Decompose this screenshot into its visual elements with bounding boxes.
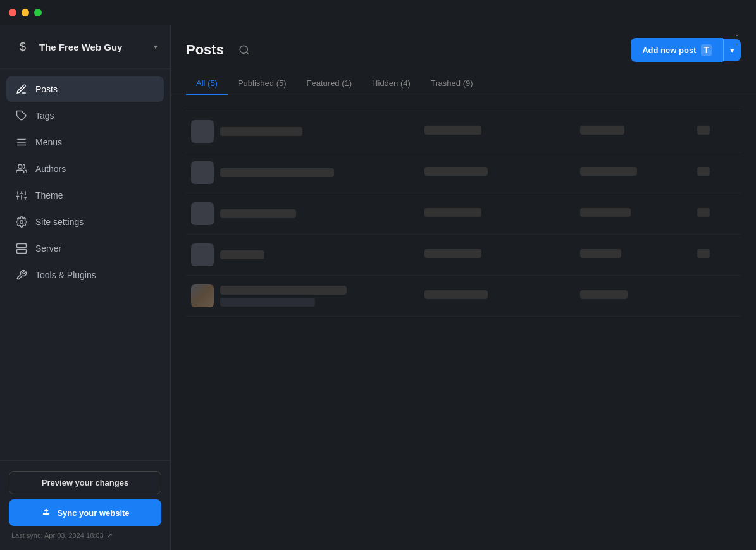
- row1-thumbnail: [191, 120, 214, 143]
- tab-hidden[interactable]: Hidden (4): [362, 72, 421, 95]
- row2-title-cell: [191, 161, 424, 184]
- row5-title-lines: [220, 286, 347, 307]
- posts-table: [171, 95, 756, 550]
- svg-point-20: [240, 46, 247, 53]
- row4-title: [220, 250, 264, 259]
- post-type-icon: T: [701, 44, 712, 56]
- row1-title-cell: [191, 120, 424, 143]
- site-icon: $: [13, 37, 33, 57]
- posts-icon: [15, 83, 28, 95]
- server-icon: [15, 242, 28, 255]
- header-left: Posts: [186, 40, 254, 60]
- row4-thumbnail: [191, 243, 214, 266]
- table-row[interactable]: [186, 152, 741, 193]
- row3-author: [424, 208, 580, 219]
- svg-line-21: [246, 52, 248, 54]
- row2-status-text: [580, 167, 637, 176]
- row1-author: [424, 126, 580, 137]
- tools-plugins-icon: [15, 269, 28, 281]
- row3-author-text: [424, 208, 481, 217]
- row5-status-text: [580, 290, 628, 299]
- table-row[interactable]: [186, 276, 741, 317]
- app-container: $ The Free Web Guy ▾ Posts: [0, 25, 756, 550]
- maximize-button[interactable]: [34, 9, 42, 16]
- row4-title-cell: [191, 243, 424, 266]
- row1-status-text: [580, 126, 624, 135]
- row4-author-text: [424, 249, 481, 258]
- more-options-button[interactable]: ⋮: [731, 32, 743, 47]
- table-row[interactable]: [186, 235, 741, 276]
- svg-rect-15: [17, 244, 27, 248]
- row2-author-text: [424, 167, 488, 176]
- sidebar-item-theme[interactable]: Theme: [6, 183, 164, 208]
- tab-published[interactable]: Published (5): [228, 72, 297, 95]
- row5-thumbnail: [191, 284, 214, 307]
- external-link-icon: ↗: [106, 531, 113, 540]
- row1-title-lines: [220, 127, 302, 136]
- sidebar-item-menus[interactable]: Menus: [6, 130, 164, 155]
- main-content: ⋮ Posts Add new post T ▾ All (5): [171, 25, 756, 550]
- table-row[interactable]: [186, 111, 741, 152]
- row5-title-cell: [191, 284, 424, 307]
- search-button[interactable]: [234, 40, 254, 60]
- site-settings-label: Site settings: [35, 217, 84, 227]
- row4-title-lines: [220, 250, 264, 259]
- row5-title: [220, 286, 347, 295]
- tab-featured[interactable]: Featured (1): [297, 72, 363, 95]
- site-settings-icon: [15, 216, 28, 228]
- menus-label: Menus: [35, 137, 62, 147]
- site-name: The Free Web Guy: [39, 42, 147, 52]
- minimize-button[interactable]: [22, 9, 29, 16]
- close-button[interactable]: [9, 9, 16, 16]
- authors-label: Authors: [35, 164, 66, 174]
- add-new-post-button[interactable]: Add new post T: [631, 38, 723, 62]
- row3-title-lines: [220, 209, 296, 218]
- posts-label: Posts: [35, 84, 58, 94]
- main-header: Posts Add new post T ▾: [171, 25, 756, 72]
- server-label: Server: [35, 243, 61, 254]
- preview-changes-button[interactable]: Preview your changes: [9, 471, 161, 494]
- row2-action: [697, 167, 710, 176]
- tab-trashed[interactable]: Trashed (9): [421, 72, 483, 95]
- titlebar: [0, 0, 756, 25]
- add-post-container: Add new post T ▾: [631, 38, 741, 62]
- row2-author: [424, 167, 580, 178]
- site-dropdown-arrow[interactable]: ▾: [154, 42, 158, 51]
- row2-status: [580, 167, 697, 178]
- row4-status-text: [580, 249, 621, 258]
- sidebar-nav: Posts Tags Menus: [0, 69, 170, 460]
- tab-all[interactable]: All (5): [186, 72, 228, 95]
- sidebar-item-authors[interactable]: Authors: [6, 156, 164, 181]
- tags-icon: [15, 109, 28, 122]
- row2-thumbnail: [191, 161, 214, 184]
- sidebar: $ The Free Web Guy ▾ Posts: [0, 25, 171, 550]
- theme-label: Theme: [35, 190, 63, 200]
- row3-actions: [697, 208, 736, 219]
- svg-point-4: [18, 164, 22, 168]
- cloud-upload-icon: [40, 506, 52, 520]
- tabs-bar: All (5) Published (5) Featured (1) Hidde…: [171, 72, 756, 95]
- sidebar-item-posts[interactable]: Posts: [6, 76, 164, 102]
- sidebar-header[interactable]: $ The Free Web Guy ▾: [0, 25, 170, 69]
- row3-title-cell: [191, 202, 424, 225]
- row4-status: [580, 249, 697, 260]
- row1-status: [580, 126, 697, 137]
- row1-author-text: [424, 126, 481, 135]
- tags-label: Tags: [35, 111, 54, 121]
- sidebar-item-tools-plugins[interactable]: Tools & Plugins: [6, 262, 164, 288]
- sidebar-item-tags[interactable]: Tags: [6, 103, 164, 128]
- row2-title: [220, 168, 334, 177]
- row4-action: [697, 249, 710, 258]
- table-row[interactable]: [186, 193, 741, 235]
- page-title: Posts: [186, 42, 224, 58]
- row5-subtitle: [220, 298, 315, 307]
- sidebar-item-server[interactable]: Server: [6, 236, 164, 261]
- sync-website-button[interactable]: Sync your website: [9, 499, 161, 526]
- row3-title: [220, 209, 296, 218]
- sidebar-item-site-settings[interactable]: Site settings: [6, 209, 164, 235]
- add-post-label: Add new post: [642, 46, 696, 55]
- row4-author: [424, 249, 580, 260]
- tools-plugins-label: Tools & Plugins: [35, 270, 96, 280]
- sidebar-bottom: Preview your changes Sync your website L…: [0, 460, 170, 550]
- row5-status: [580, 290, 697, 302]
